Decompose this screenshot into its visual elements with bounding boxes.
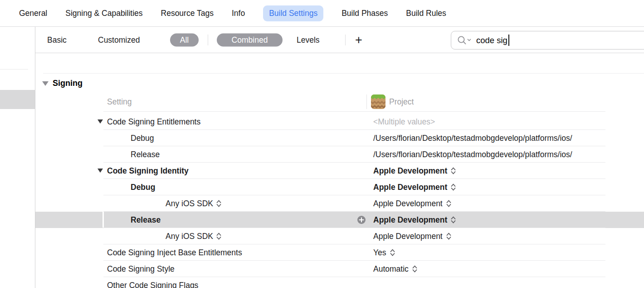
disclosure-triangle-icon[interactable] [98, 119, 103, 124]
setting-label: Code Signing Entitlements [107, 114, 200, 130]
setting-value[interactable]: Apple Development [373, 195, 452, 212]
stepper-chevrons-icon[interactable] [216, 232, 222, 241]
setting-value[interactable]: Yes [373, 244, 395, 261]
column-header-setting: Setting [107, 94, 132, 110]
section-disclosure-icon[interactable] [42, 81, 49, 86]
setting-value[interactable]: Apple Development [373, 179, 456, 195]
stepper-chevrons-icon[interactable] [412, 264, 418, 273]
settings-rows: Code Signing Entitlements <Multiple valu… [35, 114, 644, 288]
filter-all-pill[interactable]: All [170, 33, 199, 46]
setting-label: Debug [131, 179, 155, 195]
project-app-icon [371, 94, 385, 109]
row-code-signing-identity[interactable]: Code Signing Identity Apple Development [35, 163, 644, 179]
editor-tab-bar: General Signing & Capabilities Resource … [0, 0, 644, 27]
toolbar-divider [345, 35, 346, 45]
settings-table: Signing Setting Project Code Signing Ent… [35, 53, 644, 288]
navigator-sidebar [0, 27, 35, 288]
setting-label: Code Signing Style [107, 261, 175, 277]
sidebar-selected-item[interactable] [0, 90, 35, 109]
view-combined-pill[interactable]: Combined [217, 33, 283, 46]
tab-general[interactable]: General [19, 9, 47, 18]
setting-value[interactable]: Apple Development [373, 228, 452, 244]
tab-build-phases[interactable]: Build Phases [342, 9, 388, 18]
setting-value[interactable]: Apple Development [373, 163, 456, 179]
row-debug[interactable]: Debug /Users/florian/Desktop/testadmobgd… [35, 130, 644, 146]
setting-label: Code Signing Identity [107, 163, 189, 179]
stepper-chevrons-icon[interactable] [390, 248, 395, 257]
setting-value[interactable]: <Multiple values> [373, 114, 435, 130]
tab-resource-tags[interactable]: Resource Tags [161, 9, 214, 18]
search-icon[interactable] [457, 35, 472, 46]
row-any-ios-sdk[interactable]: Any iOS SDK Apple Development [35, 228, 644, 244]
add-setting-button[interactable]: + [355, 33, 362, 47]
stepper-chevrons-icon[interactable] [450, 166, 456, 175]
filter-basic[interactable]: Basic [47, 35, 67, 45]
table-top-rule [43, 73, 644, 74]
setting-label: Any iOS SDK [166, 195, 222, 212]
setting-value[interactable]: /Users/florian/Desktop/testadmobgdevelop… [373, 130, 572, 146]
disclosure-triangle-icon[interactable] [98, 169, 103, 173]
stepper-chevrons-icon[interactable] [450, 215, 456, 224]
setting-label: Other Code Signing Flags [107, 277, 198, 288]
column-header-row: Setting Project [35, 94, 644, 110]
stepper-chevrons-icon[interactable] [450, 183, 456, 192]
stepper-chevrons-icon[interactable] [216, 199, 222, 208]
setting-label: Any iOS SDK [166, 228, 222, 244]
row-code-signing-entitlements[interactable]: Code Signing Entitlements <Multiple valu… [35, 114, 644, 130]
stepper-chevrons-icon[interactable] [446, 232, 452, 241]
setting-value[interactable]: Apple Development [373, 212, 456, 228]
row-any-ios-sdk[interactable]: Any iOS SDK Apple Development [35, 195, 644, 212]
row-other-code-signing-flags[interactable]: Other Code Signing Flags [35, 277, 644, 288]
tab-build-settings[interactable]: Build Settings [263, 5, 323, 21]
filter-customized[interactable]: Customized [98, 35, 140, 45]
section-header-signing[interactable]: Signing [42, 79, 83, 88]
setting-value[interactable]: /Users/florian/Desktop/testadmobgdevelop… [373, 146, 572, 163]
setting-label: Release [131, 212, 161, 228]
tab-signing-capabilities[interactable]: Signing & Capabilities [65, 9, 142, 18]
row-code-signing-style[interactable]: Code Signing Style Automatic [35, 261, 644, 277]
setting-label: Release [131, 146, 160, 163]
setting-value[interactable]: Automatic [373, 261, 418, 277]
build-settings-editor: Basic Customized All Combined Levels + c… [35, 27, 644, 288]
row-code-signing-inject-base-entitlements[interactable]: Code Signing Inject Base Entitlements Ye… [35, 244, 644, 261]
view-levels[interactable]: Levels [297, 35, 320, 45]
row-debug[interactable]: Debug Apple Development [35, 179, 644, 195]
toolbar-divider [208, 35, 208, 45]
tab-info[interactable]: Info [232, 9, 245, 18]
sidebar-divider [0, 69, 28, 70]
search-text: code sig [476, 35, 507, 45]
column-divider [366, 94, 367, 109]
selection-notch [102, 212, 104, 228]
stepper-chevrons-icon[interactable] [446, 199, 452, 208]
row-release[interactable]: Release /Users/florian/Desktop/testadmob… [35, 146, 644, 163]
setting-label: Code Signing Inject Base Entitlements [107, 244, 242, 261]
add-value-icon[interactable] [357, 216, 366, 224]
column-header-project: Project [389, 94, 414, 110]
text-cursor [508, 35, 509, 46]
tab-build-rules[interactable]: Build Rules [406, 9, 446, 18]
section-title: Signing [53, 79, 83, 88]
build-settings-toolbar: Basic Customized All Combined Levels + c… [35, 27, 644, 53]
column-header-rule [103, 111, 605, 112]
row-release[interactable]: Release Apple Development [35, 212, 644, 228]
search-input[interactable]: code sig [451, 31, 644, 50]
setting-label: Debug [131, 130, 154, 146]
